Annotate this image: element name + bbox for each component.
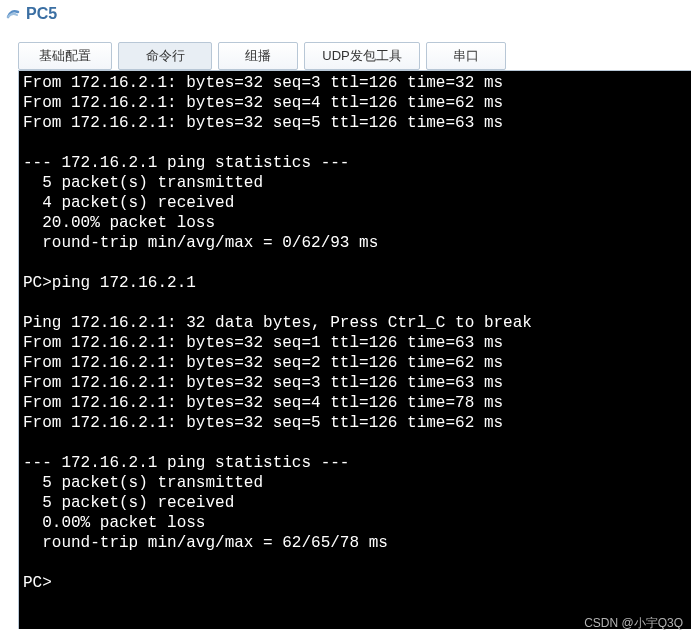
- tab-multicast[interactable]: 组播: [218, 42, 298, 70]
- terminal-frame: From 172.16.2.1: bytes=32 seq=3 ttl=126 …: [18, 70, 691, 629]
- window-title: PC5: [26, 5, 57, 23]
- tab-serial[interactable]: 串口: [426, 42, 506, 70]
- tab-basic-config[interactable]: 基础配置: [18, 42, 112, 70]
- tab-udp-tool[interactable]: UDP发包工具: [304, 42, 420, 70]
- tab-bar: 基础配置 命令行 组播 UDP发包工具 串口: [18, 42, 691, 70]
- tab-command-line[interactable]: 命令行: [118, 42, 212, 70]
- terminal-output[interactable]: From 172.16.2.1: bytes=32 seq=3 ttl=126 …: [19, 71, 691, 629]
- window-titlebar: PC5: [0, 0, 691, 28]
- app-icon: [4, 5, 22, 23]
